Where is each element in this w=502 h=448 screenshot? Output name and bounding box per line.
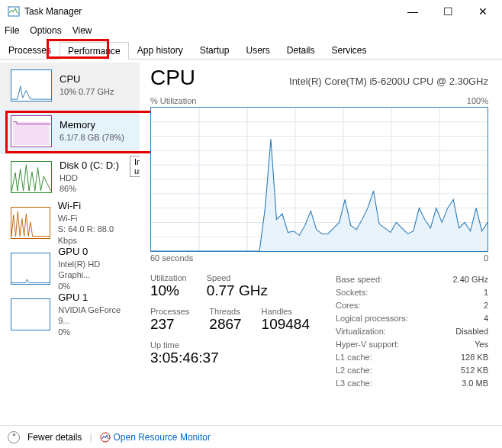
tab-details[interactable]: Details [278,41,323,59]
cpu-model: Intel(R) Core(TM) i5-6200U CPU @ 2.30GHz [289,76,488,87]
sidebar-memory-label: Memory [60,119,124,132]
sidebar-gpu1-sub2: 0% [58,327,132,337]
sidebar-item-disk[interactable]: Disk 0 (C: D:) HDD 86% In use [0,154,140,200]
chart-ymax: 100% [467,96,488,105]
sidebar-cpu-label: CPU [60,73,114,86]
sidebar-disk-label: Disk 0 (C: D:) [60,160,119,172]
virt-k: Virtualization: [336,325,386,338]
chevron-up-icon[interactable]: ˄ [8,431,20,443]
disk-sparkline-icon [11,161,52,193]
proc-value: 237 [150,316,189,333]
uptime-label: Up time [150,340,310,350]
open-resource-monitor-link[interactable]: Open Resource Monitor [100,432,211,443]
tab-app-history[interactable]: App history [129,41,191,59]
maximize-button[interactable]: ☐ [430,0,465,23]
gpu1-sparkline-icon [11,298,50,330]
tab-strip: Processes Performance App history Startu… [0,41,502,60]
detail-title: CPU [150,66,195,90]
fewer-details-link[interactable]: Fewer details [27,432,82,443]
sidebar: CPU 10% 0.77 GHz Memory 6.1/7.8 GB (78%)… [0,60,140,426]
menu-options[interactable]: Options [30,25,61,36]
hnd-label: Handles [262,307,310,316]
sidebar-gpu0-label: GPU 0 [58,246,132,259]
proc-label: Processes [150,307,189,316]
sidebar-item-wifi[interactable]: Wi-Fi Wi-Fi S: 64.0 R: 88.0 Kbps [0,200,140,246]
tooltip-in-use: In use [130,156,140,177]
sidebar-cpu-sub: 10% 0.77 GHz [60,86,114,97]
base-speed-v: 2.40 GHz [453,273,488,286]
tab-services[interactable]: Services [323,41,375,59]
cores-v: 2 [484,299,488,312]
cpu-sparkline-icon [11,69,52,102]
l3-v: 3.0 MB [462,377,488,390]
l1-v: 128 KB [461,351,488,364]
resource-monitor-icon [100,432,111,443]
sidebar-item-memory[interactable]: Memory 6.1/7.8 GB (78%) [0,108,140,154]
minimize-button[interactable]: — [395,0,430,23]
window-title: Task Manager [24,6,395,17]
hv-k: Hyper-V support: [336,338,399,351]
tab-performance[interactable]: Performance [60,42,129,60]
sidebar-gpu1-sub: NVIDIA GeForce 9... [58,305,132,327]
svg-rect-1 [13,122,50,145]
utilization-chart[interactable] [150,107,488,252]
menu-view[interactable]: View [72,25,92,36]
speed-value: 0.77 GHz [207,282,268,299]
sockets-v: 1 [484,286,488,299]
tab-processes[interactable]: Processes [0,41,60,59]
sockets-k: Sockets: [336,286,368,299]
sidebar-item-cpu[interactable]: CPU 10% 0.77 GHz [0,63,140,108]
sidebar-disk-sub: HDD [60,172,119,183]
hnd-value: 109484 [262,316,310,333]
l2-v: 512 KB [461,364,488,377]
task-manager-icon [8,5,20,18]
speed-label: Speed [207,273,268,282]
sidebar-item-gpu1[interactable]: GPU 1 NVIDIA GeForce 9... 0% [0,292,140,337]
chart-ylabel: % Utilization [150,96,197,105]
lp-k: Logical processors: [336,312,408,325]
tab-startup[interactable]: Startup [191,41,238,59]
gpu0-sparkline-icon [11,253,50,285]
sidebar-gpu1-label: GPU 1 [58,292,132,305]
util-label: Utilization [150,273,187,282]
thr-label: Threads [209,307,241,316]
detail-pane: CPU Intel(R) Core(TM) i5-6200U CPU @ 2.3… [140,60,502,426]
footer: ˄ Fewer details | Open Resource Monitor [0,425,502,448]
thr-value: 2867 [209,316,241,333]
close-button[interactable]: ✕ [465,0,500,23]
menu-file[interactable]: File [5,25,19,36]
sidebar-wifi-label: Wi-Fi [58,200,132,213]
wifi-sparkline-icon [11,207,50,239]
sidebar-gpu0-sub: Intel(R) HD Graphi... [58,259,132,281]
hv-v: Yes [475,338,488,351]
util-value: 10% [150,282,187,299]
l1-k: L1 cache: [336,351,372,364]
tab-users[interactable]: Users [237,41,278,59]
memory-sparkline-icon [11,115,52,147]
sidebar-wifi-sub2: S: 64.0 R: 88.0 Kbps [58,224,132,246]
cores-k: Cores: [336,299,360,312]
virt-v: Disabled [455,325,488,338]
l2-k: L2 cache: [336,364,372,377]
sidebar-item-gpu0[interactable]: GPU 0 Intel(R) HD Graphi... 0% [0,246,140,292]
lp-v: 4 [484,312,488,325]
chart-xlabel: 60 seconds [150,253,193,263]
sidebar-disk-sub2: 86% [60,183,119,194]
l3-k: L3 cache: [336,377,372,390]
sidebar-memory-sub: 6.1/7.8 GB (78%) [60,132,124,143]
chart-xmin: 0 [484,253,488,263]
sidebar-gpu0-sub2: 0% [58,281,132,292]
base-speed-k: Base speed: [336,273,382,286]
menubar: File Options View [0,23,502,38]
window-titlebar: Task Manager — ☐ ✕ [0,0,502,23]
sidebar-wifi-sub: Wi-Fi [58,213,132,224]
uptime-value: 3:05:46:37 [150,350,310,366]
